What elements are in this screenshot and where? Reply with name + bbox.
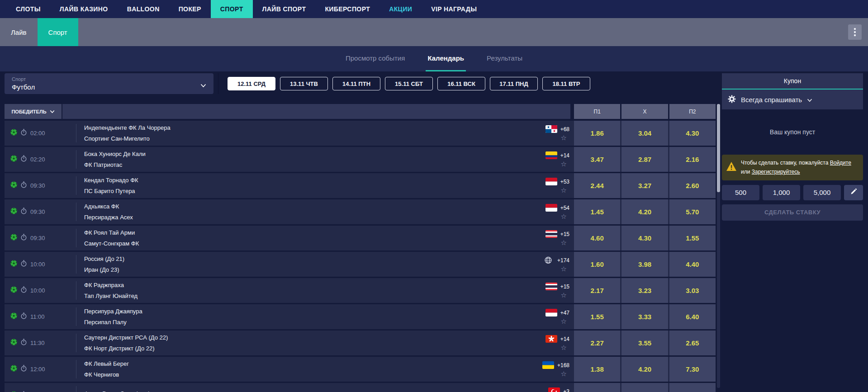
favorite-star-icon[interactable]: ☆	[561, 213, 567, 220]
markets-count[interactable]: +168	[557, 362, 569, 368]
favorite-star-icon[interactable]: ☆	[561, 344, 567, 351]
kebab-menu-button[interactable]	[848, 24, 862, 40]
favorite-star-icon[interactable]: ☆	[561, 292, 567, 298]
favorite-star-icon[interactable]: ☆	[561, 239, 567, 246]
odd-p1[interactable]: 1.38	[574, 357, 620, 382]
date-chip-6[interactable]: 18.11 ВТР	[542, 77, 590, 90]
date-chip-4[interactable]: 16.11 ВСК	[437, 77, 485, 90]
odd-x[interactable]	[621, 383, 668, 392]
odd-p1[interactable]	[574, 383, 620, 392]
odd-p2[interactable]: 3.03	[669, 278, 716, 303]
coupon-ask-mode-select[interactable]: Всегда спрашивать	[722, 90, 863, 109]
quick-stake-button-0[interactable]: 500	[722, 185, 759, 200]
odd-p1[interactable]: 3.47	[574, 147, 620, 172]
markets-count[interactable]: +14	[560, 336, 569, 342]
subnav-tab-0[interactable]: Лайв	[0, 18, 38, 46]
vertical-scrollbar[interactable]	[717, 104, 720, 388]
odd-x[interactable]: 3.55	[621, 331, 668, 355]
odd-p2[interactable]: 4.30	[669, 121, 716, 146]
odd-p1[interactable]: 1.55	[574, 304, 620, 329]
markets-count[interactable]: +47	[560, 310, 569, 316]
odd-x[interactable]: 4.30	[621, 226, 668, 250]
event-row-8[interactable]: 11:30 Саутерн Дистрикт РСА (До 22) ФК Но…	[5, 331, 716, 355]
odd-p2[interactable]: 1.55	[669, 226, 716, 250]
quick-stake-button-1[interactable]: 1,000	[763, 185, 800, 200]
view-tab-2[interactable]: Результаты	[485, 46, 524, 71]
odd-p2[interactable]: 6.40	[669, 304, 716, 329]
event-row-1[interactable]: 02:20 Бока Хуниорс Де Кали ФК Патриотас …	[5, 147, 716, 172]
odd-p1[interactable]: 2.44	[574, 173, 620, 198]
odd-p1[interactable]: 2.17	[574, 278, 620, 303]
markets-count[interactable]: +14	[560, 152, 569, 159]
event-row-10[interactable]: Фатих Ватан Спор (жен) +3 ☆	[5, 383, 716, 392]
odd-x[interactable]: 3.33	[621, 304, 668, 329]
nav-item-0[interactable]: СЛОТЫ	[6, 0, 50, 18]
markets-count[interactable]: +53	[560, 179, 569, 185]
date-chip-1[interactable]: 13.11 ЧТВ	[280, 77, 328, 90]
event-row-2[interactable]: 09:30 Кендал Торнадо ФК ПС Барито Путера…	[5, 173, 716, 198]
odd-p1[interactable]: 1.60	[574, 252, 620, 277]
odd-p2[interactable]: 2.60	[669, 173, 716, 198]
nav-item-3[interactable]: ПОКЕР	[169, 0, 211, 18]
odd-x[interactable]: 3.23	[621, 278, 668, 303]
date-chip-5[interactable]: 17.11 ПНД	[490, 77, 538, 90]
markets-count[interactable]: +15	[560, 231, 569, 237]
nav-item-1[interactable]: ЛАЙВ КАЗИНО	[50, 0, 118, 18]
nav-item-6[interactable]: КИБЕРСПОРТ	[315, 0, 379, 18]
odd-x[interactable]: 3.98	[621, 252, 668, 277]
odd-p2[interactable]: 4.40	[669, 252, 716, 277]
odd-p1[interactable]: 1.45	[574, 199, 620, 224]
coupon-header-tab[interactable]: Купон	[722, 73, 863, 90]
event-row-9[interactable]: 12:00 ФК Левый Берег ФК Чернигов +168 ☆ …	[5, 357, 716, 382]
odd-p2[interactable]: 2.65	[669, 331, 716, 355]
markets-count[interactable]: +3	[563, 388, 569, 392]
markets-count[interactable]: +15	[560, 283, 569, 290]
odd-x[interactable]: 2.87	[621, 147, 668, 172]
view-tab-0[interactable]: Просмотр события	[344, 46, 407, 71]
nav-item-5[interactable]: ЛАЙВ СПОРТ	[253, 0, 316, 18]
date-chip-2[interactable]: 14.11 ПТН	[332, 77, 380, 90]
favorite-star-icon[interactable]: ☆	[561, 318, 567, 325]
market-selector[interactable]: ПОБЕДИТЕЛЬ	[5, 104, 62, 119]
odd-p1[interactable]: 1.86	[574, 121, 620, 146]
odd-p2[interactable]: 5.70	[669, 199, 716, 224]
scrollbar-thumb[interactable]	[717, 104, 720, 192]
register-link[interactable]: Зарегистрируйтесь	[752, 169, 800, 175]
nav-item-2[interactable]: BALLOON	[118, 0, 169, 18]
login-link[interactable]: Войдите	[830, 160, 851, 166]
place-bet-button[interactable]: СДЕЛАТЬ СТАВКУ	[722, 204, 863, 221]
edit-stake-button[interactable]	[844, 185, 863, 200]
view-tab-1[interactable]: Календарь	[426, 46, 466, 71]
favorite-star-icon[interactable]: ☆	[561, 370, 567, 377]
event-row-3[interactable]: 09:30 Адхьякса ФК Персираджа Асех +54 ☆ …	[5, 199, 716, 224]
favorite-star-icon[interactable]: ☆	[561, 265, 567, 272]
favorite-star-icon[interactable]: ☆	[561, 161, 567, 167]
event-row-7[interactable]: 11:00 Персипура Джаяпура Персипал Палу +…	[5, 304, 716, 329]
odd-p1[interactable]: 4.60	[574, 226, 620, 250]
favorite-star-icon[interactable]: ☆	[561, 134, 567, 141]
nav-item-8[interactable]: VIP НАГРАДЫ	[422, 0, 486, 18]
odd-p2[interactable]: 2.16	[669, 147, 716, 172]
sport-select[interactable]: Спорт Футбол	[5, 73, 213, 94]
markets-count[interactable]: +54	[560, 205, 569, 211]
odd-x[interactable]: 4.20	[621, 357, 668, 382]
date-chip-0[interactable]: 12.11 СРД	[228, 77, 275, 90]
odd-p1[interactable]: 2.27	[574, 331, 620, 355]
quick-stake-button-2[interactable]: 5,000	[803, 185, 841, 200]
markets-count[interactable]: +68	[560, 126, 569, 132]
odd-p2[interactable]: 7.30	[669, 357, 716, 382]
event-row-6[interactable]: 10:00 ФК Раджпраха Тап Луанг Юнайтед +15…	[5, 278, 716, 303]
date-chip-3[interactable]: 15.11 СБТ	[385, 77, 433, 90]
event-row-5[interactable]: 10:00 Россия (До 21) Иран (До 23) +174 ☆…	[5, 252, 716, 277]
nav-item-4[interactable]: СПОРТ	[211, 0, 253, 18]
event-row-0[interactable]: 02:00 Индепендьенте ФК Ла Чоррера Спорти…	[5, 121, 716, 146]
odd-x[interactable]: 3.27	[621, 173, 668, 198]
event-row-4[interactable]: 09:30 ФК Роял Тай Арми Самут-Сонгкрам ФК…	[5, 226, 716, 250]
odd-x[interactable]: 3.04	[621, 121, 668, 146]
subnav-tab-1[interactable]: Спорт	[38, 18, 78, 46]
markets-count[interactable]: +174	[557, 257, 569, 264]
nav-item-7[interactable]: АКЦИИ	[379, 0, 422, 18]
favorite-star-icon[interactable]: ☆	[561, 187, 567, 194]
odd-p2[interactable]	[669, 383, 716, 392]
odd-x[interactable]: 4.20	[621, 199, 668, 224]
